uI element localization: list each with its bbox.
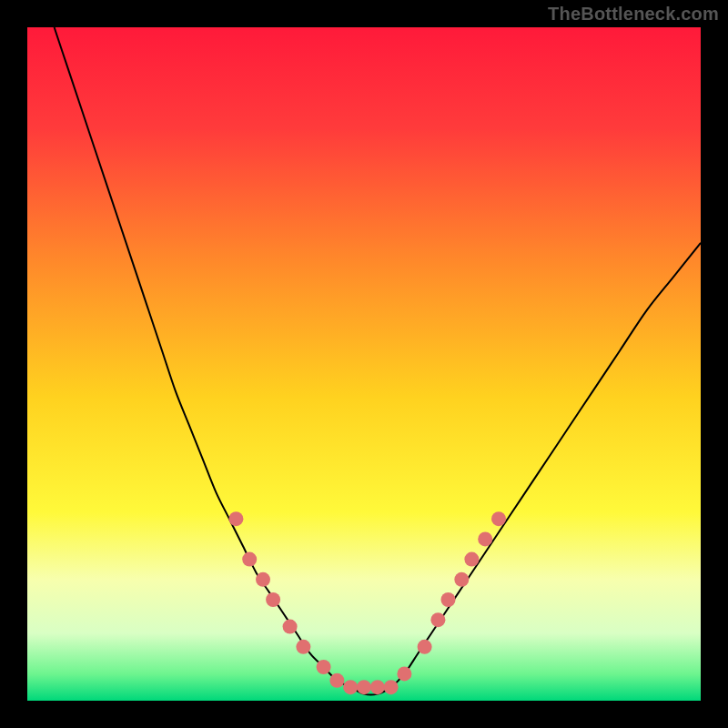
curve-marker	[454, 572, 469, 587]
curve-marker	[418, 640, 432, 654]
curve-marker	[256, 572, 270, 587]
curve-marker	[228, 511, 243, 526]
curve-marker	[397, 666, 411, 681]
curve-marker	[329, 673, 344, 688]
gradient-background	[27, 27, 701, 701]
curve-marker	[464, 552, 479, 567]
curve-marker	[317, 660, 331, 674]
curve-marker	[343, 680, 358, 694]
curve-marker	[478, 531, 492, 546]
curve-marker	[491, 511, 506, 526]
bottleneck-chart	[27, 27, 701, 701]
curve-marker	[242, 552, 257, 567]
watermark-text: TheBottleneck.com	[548, 4, 719, 25]
curve-marker	[357, 680, 371, 694]
curve-marker	[296, 640, 310, 654]
curve-marker	[430, 612, 445, 627]
curve-marker	[266, 592, 280, 607]
curve-marker	[370, 680, 385, 694]
curve-marker	[441, 592, 456, 607]
curve-marker	[384, 680, 399, 694]
curve-marker	[283, 620, 298, 634]
chart-frame: TheBottleneck.com	[0, 0, 728, 728]
